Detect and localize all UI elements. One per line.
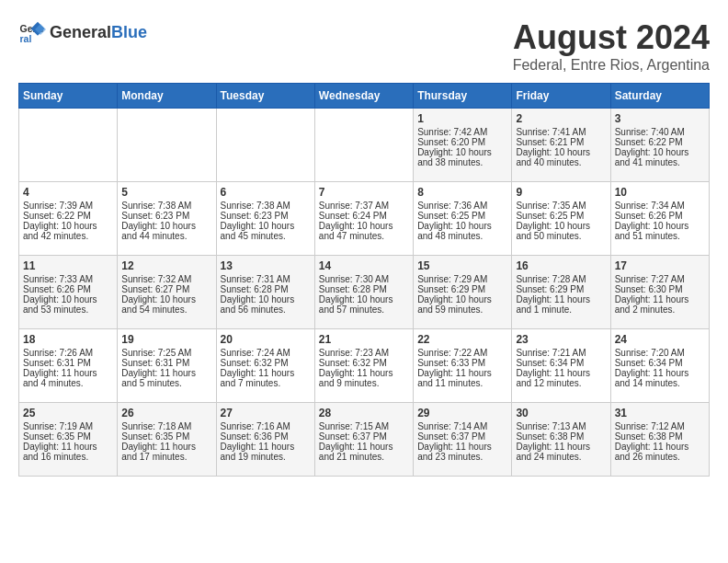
- cell-info: Sunset: 6:36 PM: [221, 431, 311, 442]
- cell-info: Daylight: 10 hours: [615, 147, 705, 157]
- calendar-week-4: 18Sunrise: 7:26 AMSunset: 6:31 PMDayligh…: [19, 329, 710, 403]
- cell-info: Sunrise: 7:28 AM: [516, 274, 606, 284]
- cell-info: Daylight: 10 hours: [417, 147, 507, 157]
- calendar-cell: 10Sunrise: 7:34 AMSunset: 6:26 PMDayligh…: [610, 182, 709, 256]
- cell-info: Sunset: 6:37 PM: [417, 431, 507, 442]
- day-number: 25: [23, 407, 113, 419]
- cell-info: Sunset: 6:28 PM: [221, 284, 311, 294]
- cell-info: and 38 minutes.: [417, 157, 507, 167]
- day-number: 11: [23, 259, 113, 272]
- cell-info: Daylight: 11 hours: [23, 442, 113, 452]
- cell-info: and 16 minutes.: [23, 452, 113, 462]
- cell-info: Sunset: 6:29 PM: [516, 284, 606, 294]
- cell-info: Sunset: 6:31 PM: [23, 358, 113, 368]
- calendar-cell: [118, 109, 216, 182]
- calendar-cell: 22Sunrise: 7:22 AMSunset: 6:33 PMDayligh…: [414, 329, 512, 403]
- day-number: 21: [319, 333, 409, 346]
- cell-info: Sunrise: 7:32 AM: [121, 274, 211, 284]
- day-number: 1: [417, 112, 507, 125]
- calendar-cell: 17Sunrise: 7:27 AMSunset: 6:30 PMDayligh…: [610, 256, 709, 329]
- cell-info: and 1 minute.: [516, 304, 606, 315]
- cell-info: Sunset: 6:37 PM: [319, 431, 409, 442]
- cell-info: Sunrise: 7:21 AM: [516, 348, 606, 358]
- cell-info: and 4 minutes.: [23, 378, 113, 388]
- calendar-cell: 18Sunrise: 7:26 AMSunset: 6:31 PMDayligh…: [19, 329, 118, 403]
- day-header-saturday: Saturday: [610, 84, 709, 109]
- cell-info: Daylight: 11 hours: [615, 294, 705, 304]
- calendar-cell: 6Sunrise: 7:38 AMSunset: 6:23 PMDaylight…: [216, 182, 314, 256]
- title-area: August 2024 Federal, Entre Rios, Argenti…: [513, 18, 710, 74]
- cell-info: and 24 minutes.: [516, 452, 606, 462]
- cell-info: and 11 minutes.: [417, 378, 507, 388]
- cell-info: and 9 minutes.: [319, 378, 409, 388]
- cell-info: and 47 minutes.: [319, 231, 409, 241]
- cell-info: Daylight: 10 hours: [319, 221, 409, 231]
- calendar-cell: 1Sunrise: 7:42 AMSunset: 6:20 PMDaylight…: [414, 109, 512, 182]
- cell-info: Sunrise: 7:29 AM: [417, 274, 507, 284]
- cell-info: Sunrise: 7:15 AM: [319, 421, 409, 431]
- cell-info: and 59 minutes.: [417, 304, 507, 315]
- day-number: 18: [23, 333, 113, 346]
- day-number: 20: [221, 333, 311, 346]
- cell-info: and 5 minutes.: [121, 378, 211, 388]
- cell-info: Daylight: 10 hours: [516, 221, 606, 231]
- cell-info: and 50 minutes.: [516, 231, 606, 241]
- cell-info: Sunrise: 7:24 AM: [221, 348, 311, 358]
- cell-info: Sunset: 6:23 PM: [221, 211, 311, 221]
- logo-icon: Gene ral: [18, 18, 46, 46]
- calendar-cell: 21Sunrise: 7:23 AMSunset: 6:32 PMDayligh…: [314, 329, 413, 403]
- cell-info: Daylight: 10 hours: [221, 294, 311, 304]
- calendar-cell: 12Sunrise: 7:32 AMSunset: 6:27 PMDayligh…: [118, 256, 216, 329]
- calendar-cell: 24Sunrise: 7:20 AMSunset: 6:34 PMDayligh…: [610, 329, 709, 403]
- cell-info: Sunset: 6:33 PM: [417, 358, 507, 368]
- header: Gene ral General Blue August 2024 Federa…: [18, 18, 710, 74]
- calendar-cell: [216, 109, 314, 182]
- day-number: 16: [516, 259, 606, 272]
- day-number: 31: [615, 407, 705, 419]
- calendar-cell: 3Sunrise: 7:40 AMSunset: 6:22 PMDaylight…: [610, 109, 709, 182]
- day-header-wednesday: Wednesday: [314, 84, 413, 109]
- calendar-cell: 11Sunrise: 7:33 AMSunset: 6:26 PMDayligh…: [19, 256, 118, 329]
- cell-info: Daylight: 11 hours: [221, 368, 311, 378]
- cell-info: Sunrise: 7:20 AM: [615, 348, 705, 358]
- cell-info: Sunrise: 7:38 AM: [121, 201, 211, 211]
- cell-info: Sunrise: 7:22 AM: [417, 348, 507, 358]
- calendar-week-1: 1Sunrise: 7:42 AMSunset: 6:20 PMDaylight…: [19, 109, 710, 182]
- cell-info: and 54 minutes.: [121, 304, 211, 315]
- cell-info: Daylight: 10 hours: [516, 147, 606, 157]
- day-number: 17: [615, 259, 705, 272]
- day-number: 8: [417, 186, 507, 199]
- day-number: 10: [615, 186, 705, 199]
- day-header-tuesday: Tuesday: [216, 84, 314, 109]
- cell-info: Sunrise: 7:38 AM: [221, 201, 311, 211]
- day-number: 7: [319, 186, 409, 199]
- cell-info: Daylight: 11 hours: [417, 368, 507, 378]
- svg-text:ral: ral: [20, 33, 32, 44]
- cell-info: and 57 minutes.: [319, 304, 409, 315]
- cell-info: and 51 minutes.: [615, 231, 705, 241]
- cell-info: Sunrise: 7:37 AM: [319, 201, 409, 211]
- calendar-cell: 28Sunrise: 7:15 AMSunset: 6:37 PMDayligh…: [314, 403, 413, 477]
- calendar-cell: 7Sunrise: 7:37 AMSunset: 6:24 PMDaylight…: [314, 182, 413, 256]
- calendar-cell: 30Sunrise: 7:13 AMSunset: 6:38 PMDayligh…: [512, 403, 610, 477]
- calendar-cell: 5Sunrise: 7:38 AMSunset: 6:23 PMDaylight…: [118, 182, 216, 256]
- cell-info: Sunset: 6:22 PM: [23, 211, 113, 221]
- cell-info: and 7 minutes.: [221, 378, 311, 388]
- cell-info: Sunrise: 7:14 AM: [417, 421, 507, 431]
- day-number: 28: [319, 407, 409, 419]
- cell-info: Daylight: 10 hours: [319, 294, 409, 304]
- calendar-cell: 8Sunrise: 7:36 AMSunset: 6:25 PMDaylight…: [414, 182, 512, 256]
- cell-info: Sunrise: 7:31 AM: [221, 274, 311, 284]
- logo: Gene ral General Blue: [18, 18, 147, 46]
- day-number: 23: [516, 333, 606, 346]
- day-number: 29: [417, 407, 507, 419]
- day-number: 26: [121, 407, 211, 419]
- cell-info: Sunrise: 7:35 AM: [516, 201, 606, 211]
- page-title: August 2024: [513, 18, 710, 57]
- cell-info: Sunset: 6:22 PM: [615, 137, 705, 147]
- cell-info: Sunset: 6:29 PM: [417, 284, 507, 294]
- days-header-row: SundayMondayTuesdayWednesdayThursdayFrid…: [19, 84, 710, 109]
- day-number: 2: [516, 112, 606, 125]
- cell-info: Daylight: 10 hours: [23, 221, 113, 231]
- cell-info: Sunrise: 7:13 AM: [516, 421, 606, 431]
